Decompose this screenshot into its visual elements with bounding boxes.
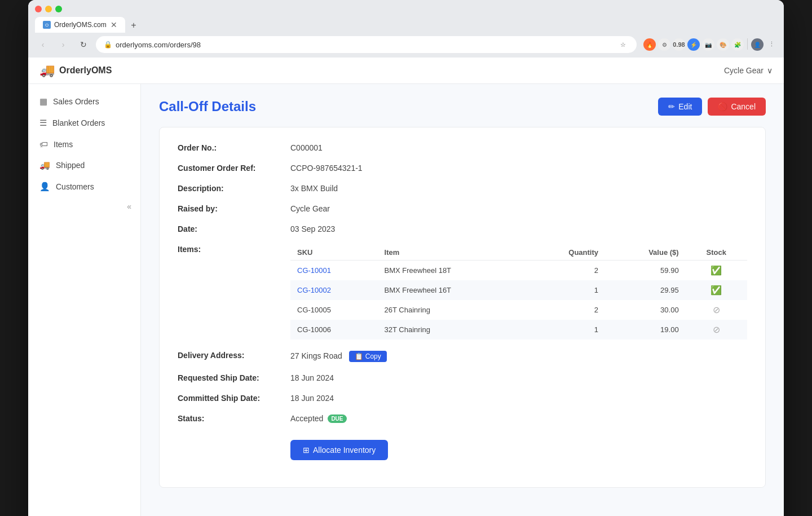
sidebar-label-customers: Customers (56, 182, 94, 191)
delivery-address-label: Delivery Address: (178, 351, 290, 360)
sku-link[interactable]: CG-10002 (297, 286, 331, 294)
table-cell-stock: ✅ (686, 261, 747, 281)
reload-button[interactable]: ↻ (76, 37, 91, 52)
tab-close-button[interactable]: ✕ (111, 20, 117, 29)
edit-button[interactable]: ✏ Edit (658, 98, 702, 116)
extension-icon-3[interactable]: 0.98 (673, 38, 685, 51)
bookmark-icon[interactable]: ☆ (617, 39, 629, 50)
sidebar-item-sales-orders[interactable]: ▦ Sales Orders (28, 91, 140, 112)
back-button[interactable]: ‹ (35, 37, 51, 52)
copy-button[interactable]: 📋 Copy (349, 351, 387, 362)
browser-menu-button[interactable]: ⋮ (766, 38, 777, 50)
committed-ship-value: 18 Jun 2024 (290, 394, 334, 403)
col-value: Value ($) (605, 245, 686, 261)
profile-avatar[interactable]: 👤 (751, 38, 764, 51)
date-value: 03 Sep 2023 (290, 224, 335, 233)
due-badge: DUE (328, 414, 346, 423)
traffic-light-yellow[interactable] (45, 6, 52, 12)
extension-icon-4[interactable]: ⚡ (687, 38, 700, 51)
items-row: Items: SKU Item Quantity Value ($) S (178, 245, 747, 339)
extension-icon-5[interactable]: 📷 (702, 38, 714, 51)
url-bar[interactable]: 🔒 orderlyoms.com/orders/98 ☆ (96, 36, 637, 53)
table-cell-sku: CG-10006 (290, 320, 378, 339)
sidebar-label-items: Items (54, 140, 73, 149)
new-tab-button[interactable]: + (126, 18, 141, 33)
delivery-address-value: 27 Kings Road 📋 Copy (290, 351, 387, 362)
table-cell-quantity: 1 (526, 320, 605, 339)
table-row: CG-1000632T Chainring119.00⊘ (290, 320, 747, 339)
sidebar-label-blanket-orders: Blanket Orders (52, 118, 105, 127)
status-row: Status: Accepted DUE (178, 414, 747, 423)
address-bar: ‹ › ↻ 🔒 orderlyoms.com/orders/98 ☆ 🔥 ⚙ 0… (28, 33, 784, 58)
extension-icon-7[interactable]: 🧩 (731, 38, 744, 51)
table-cell-quantity: 1 (526, 280, 605, 300)
items-table: SKU Item Quantity Value ($) Stock CG-100… (290, 245, 747, 339)
stock-check-icon: ✅ (710, 266, 722, 275)
collapse-icon: « (127, 202, 131, 211)
table-cell-stock: ✅ (686, 280, 747, 300)
description-row: Description: 3x BMX Build (178, 184, 747, 193)
page-title: Call-Off Details (159, 99, 256, 114)
table-row: CG-10002BMX Freewheel 16T129.95✅ (290, 280, 747, 300)
table-cell-value: 29.95 (605, 280, 686, 300)
stock-check-icon: ✅ (710, 285, 722, 295)
allocate-inventory-button[interactable]: ⊞ Allocate Inventory (290, 440, 388, 460)
table-cell-quantity: 2 (526, 300, 605, 320)
date-row: Date: 03 Sep 2023 (178, 224, 747, 233)
cancel-button[interactable]: 🚫 Cancel (708, 98, 766, 116)
description-value: 3x BMX Build (290, 184, 338, 193)
status-label: Status: (178, 414, 290, 423)
sidebar-item-customers[interactable]: 👤 Customers (28, 176, 140, 197)
table-cell-quantity: 2 (526, 261, 605, 281)
table-cell-sku[interactable]: CG-10002 (290, 280, 378, 300)
raised-by-row: Raised by: Cycle Gear (178, 204, 747, 213)
sidebar: ▦ Sales Orders ☰ Blanket Orders 🏷 Items … (28, 84, 141, 516)
sidebar-label-shipped: Shipped (56, 161, 85, 170)
browser-tab[interactable]: O OrderlyOMS.com ✕ (35, 17, 125, 33)
table-cell-item: 32T Chainring (378, 320, 526, 339)
requested-ship-row: Requested Ship Date: 18 Jun 2024 (178, 373, 747, 382)
raised-by-value: Cycle Gear (290, 204, 330, 213)
table-cell-value: 59.90 (605, 261, 686, 281)
sidebar-collapse-button[interactable]: « (28, 197, 140, 215)
extension-icon-6[interactable]: 🎨 (717, 38, 729, 51)
sidebar-item-blanket-orders[interactable]: ☰ Blanket Orders (28, 112, 140, 134)
traffic-light-red[interactable] (35, 6, 42, 12)
items-label: Items: (178, 245, 290, 254)
description-label: Description: (178, 184, 290, 193)
table-header-row: SKU Item Quantity Value ($) Stock (290, 245, 747, 261)
table-cell-stock: ⊘ (686, 300, 747, 320)
url-text: orderlyoms.com/orders/98 (116, 41, 201, 49)
sidebar-item-items[interactable]: 🏷 Items (28, 134, 140, 155)
col-stock: Stock (686, 245, 747, 261)
table-cell-value: 19.00 (605, 320, 686, 339)
copy-icon: 📋 (355, 352, 363, 360)
table-cell-sku[interactable]: CG-10001 (290, 261, 378, 281)
app-logo: 🚚 OrderlyOMS (39, 63, 112, 78)
extension-icon-2[interactable]: ⚙ (658, 38, 670, 51)
cancel-icon: 🚫 (718, 102, 727, 111)
delivery-address-row: Delivery Address: 27 Kings Road 📋 Copy (178, 351, 747, 362)
tab-favicon: O (43, 21, 51, 29)
table-row: CG-10001BMX Freewheel 18T259.90✅ (290, 261, 747, 281)
table-row: CG-1000526T Chainring230.00⊘ (290, 300, 747, 320)
sidebar-item-shipped[interactable]: 🚚 Shipped (28, 155, 140, 176)
sku-link[interactable]: CG-10001 (297, 266, 331, 275)
forward-button[interactable]: › (55, 37, 71, 52)
order-no-label: Order No.: (178, 143, 290, 152)
requested-ship-value: 18 Jun 2024 (290, 373, 334, 382)
traffic-light-green[interactable] (55, 6, 62, 12)
col-item: Item (378, 245, 526, 261)
edit-icon: ✏ (668, 102, 675, 111)
org-chevron-icon: ∨ (767, 66, 773, 75)
raised-by-label: Raised by: (178, 204, 290, 213)
page-header: Call-Off Details ✏ Edit 🚫 Cancel (159, 98, 766, 116)
app-header: 🚚 OrderlyOMS Cycle Gear ∨ (28, 58, 784, 84)
extension-icon-1[interactable]: 🔥 (643, 38, 656, 51)
items-table-container: SKU Item Quantity Value ($) Stock CG-100… (290, 245, 747, 339)
table-cell-stock: ⊘ (686, 320, 747, 339)
committed-ship-label: Committed Ship Date: (178, 394, 290, 403)
table-cell-sku: CG-10005 (290, 300, 378, 320)
table-cell-value: 30.00 (605, 300, 686, 320)
org-selector[interactable]: Cycle Gear ∨ (724, 66, 773, 75)
